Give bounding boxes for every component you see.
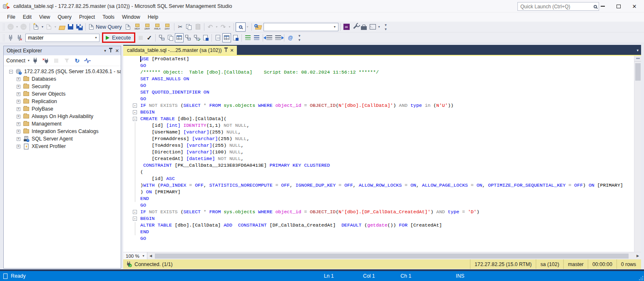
find-replace-icon[interactable] (236, 22, 246, 32)
fold-collapse-icon[interactable]: - (133, 117, 137, 121)
stop-icon[interactable] (52, 56, 61, 65)
connect-button[interactable]: Connect (6, 58, 25, 64)
menu-query[interactable]: Query (54, 13, 75, 21)
menu-help[interactable]: Help (144, 13, 162, 21)
decrease-indent-icon[interactable] (265, 33, 274, 42)
open-file-icon[interactable] (57, 22, 66, 32)
expand-icon[interactable]: + (17, 130, 20, 133)
results-to-file-icon[interactable] (231, 33, 240, 42)
menu-project[interactable]: Project (75, 13, 99, 21)
expand-icon[interactable]: + (17, 85, 20, 89)
database-combobox-input[interactable] (28, 35, 93, 41)
pin-icon[interactable] (110, 49, 111, 52)
expand-icon[interactable]: + (17, 137, 20, 141)
menu-file[interactable]: File (3, 13, 19, 21)
maximize-button[interactable] (611, 0, 627, 12)
xmla-query-icon[interactable]: XMLA (152, 22, 162, 32)
new-query-icon[interactable] (32, 22, 40, 32)
fold-collapse-icon[interactable]: - (133, 104, 137, 108)
pin-tab-icon[interactable] (226, 49, 226, 52)
fold-collapse-icon[interactable]: - (133, 217, 137, 221)
quick-launch-input[interactable] (520, 4, 594, 10)
new-query-dropdown-icon[interactable]: ▾ (40, 22, 45, 32)
new-database-engine-query-icon[interactable] (124, 22, 132, 32)
include-live-query-stats-icon[interactable] (175, 33, 184, 42)
find-combobox-dropdown-icon[interactable]: ▾ (332, 23, 338, 31)
tree-node-server-objects[interactable]: +Server Objects (4, 90, 121, 98)
tree-node-databases[interactable]: +Databases (4, 75, 121, 83)
include-actual-plan-icon[interactable]: ✓ (192, 33, 201, 42)
mdx-query-icon[interactable]: MDX (132, 22, 142, 32)
redo-icon[interactable]: ↷ (219, 22, 228, 32)
live-query-statistics-icon[interactable] (184, 33, 192, 42)
save-icon[interactable] (66, 22, 75, 32)
close-button[interactable]: ✕ (627, 0, 642, 12)
tree-node-polybase[interactable]: +PolyBase (4, 105, 121, 113)
find-combobox-input[interactable] (266, 24, 332, 30)
window-position-icon[interactable]: ▾ (104, 49, 106, 53)
results-to-grid-icon[interactable] (222, 33, 231, 42)
copy-icon[interactable] (185, 22, 194, 32)
visual-studio-icon[interactable]: ∞ (342, 22, 351, 32)
scroll-left-icon[interactable]: ◀ (147, 254, 154, 258)
results-to-text-icon[interactable] (214, 33, 222, 42)
scroll-right-icon[interactable]: ▶ (634, 254, 641, 258)
new-query-button[interactable]: New Query (87, 22, 124, 32)
tree-node-xevent-profiler[interactable]: +XEvent Profiler (4, 143, 121, 150)
navigate-back-icon[interactable]: ← (6, 22, 15, 32)
tree-node-integration-services-catalogs[interactable]: +Integration Services Catalogs (4, 128, 121, 135)
refresh-icon[interactable]: ↻ (73, 56, 82, 65)
expand-icon[interactable]: + (17, 122, 20, 126)
menu-tools[interactable]: Tools (99, 13, 118, 21)
undo-dropdown-icon[interactable]: ▾ (215, 22, 219, 32)
vertical-scrollbar[interactable] (634, 56, 641, 252)
filter-icon[interactable] (62, 56, 71, 65)
include-client-statistics-icon[interactable] (201, 33, 210, 42)
database-combobox[interactable]: ▾ (25, 34, 99, 42)
find-in-files-icon[interactable] (254, 22, 264, 32)
document-tab[interactable]: calldata_table.sql -....25.master (sa (1… (123, 46, 237, 55)
undo-icon[interactable]: ↶ (206, 22, 215, 32)
parse-query-icon[interactable]: ✓ (145, 33, 154, 42)
wrench-icon[interactable] (351, 22, 360, 32)
expand-icon[interactable]: + (17, 92, 20, 96)
display-estimated-plan-icon[interactable] (157, 33, 166, 42)
connect-object-explorer-icon[interactable] (31, 56, 40, 65)
connect-icon[interactable] (6, 33, 15, 42)
code-area[interactable]: USE [ProDataTest]GO/****** Object: Table… (123, 56, 641, 252)
vertical-scrollbar-thumb[interactable] (635, 63, 641, 81)
tree-node-server[interactable]: −?172.27.82.25 (SQL Server 15.0.4326.1 -… (4, 68, 121, 75)
comment-selection-icon[interactable] (244, 33, 252, 42)
save-all-icon[interactable] (75, 22, 84, 32)
collapse-icon[interactable]: − (9, 70, 13, 74)
new-project-dropdown-icon[interactable]: ▾ (53, 22, 57, 32)
tree-node-sql-server-agent[interactable]: +?SQL Server Agent (4, 135, 121, 143)
increase-indent-icon[interactable] (274, 33, 282, 42)
tree-node-management[interactable]: +Management (4, 120, 121, 128)
toolbox-icon[interactable] (360, 22, 368, 32)
menu-window[interactable]: Window (118, 13, 144, 21)
cancel-query-icon[interactable] (136, 33, 145, 42)
document-list-dropdown-icon[interactable]: ▾ (637, 48, 639, 52)
menu-view[interactable]: View (35, 13, 54, 21)
toolbar-grip[interactable] (2, 23, 5, 31)
quick-launch-box[interactable] (517, 2, 599, 11)
find-combobox[interactable]: ▾ (264, 23, 338, 31)
horizontal-scrollbar[interactable] (154, 252, 634, 259)
resize-grip[interactable] (642, 279, 643, 280)
redo-dropdown-icon[interactable]: ▾ (228, 22, 232, 32)
tree-node-replication[interactable]: +Replication (4, 98, 121, 105)
tree-node-security[interactable]: +Security (4, 83, 121, 90)
navigate-forward-icon[interactable]: → (19, 22, 28, 32)
dmx-query-icon[interactable]: DMX (142, 22, 152, 32)
command-window-dropdown-icon[interactable]: ▾ (377, 22, 381, 32)
find-dropdown-icon[interactable]: ▾ (246, 22, 250, 32)
menu-edit[interactable]: Edit (19, 13, 35, 21)
expand-icon[interactable]: + (17, 115, 20, 118)
paste-icon[interactable] (194, 22, 202, 32)
toolbar-overflow-icon[interactable]: ▾▾ (295, 33, 303, 42)
minimize-button[interactable] (595, 0, 611, 12)
close-panel-icon[interactable]: ✕ (115, 48, 119, 54)
command-window-icon[interactable]: ›_ (368, 22, 377, 32)
fold-collapse-icon[interactable]: - (133, 110, 137, 114)
